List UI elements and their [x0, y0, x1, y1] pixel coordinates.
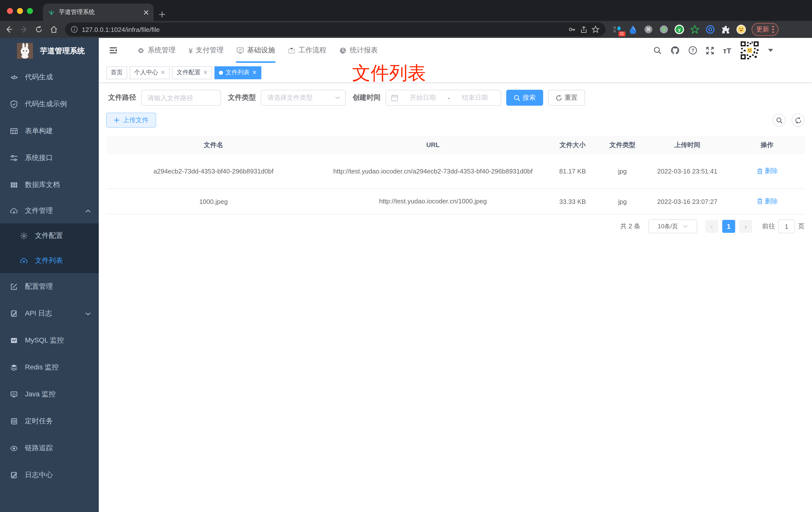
active-tag-dot — [219, 70, 223, 74]
search-button[interactable]: 搜索 — [506, 90, 543, 106]
sidebar-item-api-log[interactable]: API 日志 — [0, 300, 99, 327]
upload-file-button[interactable]: 上传文件 — [106, 113, 156, 128]
sidebar-item-scheduled-tasks[interactable]: 定时任务 — [0, 408, 99, 435]
workflow-icon — [288, 47, 295, 54]
new-tab-button[interactable] — [158, 11, 166, 18]
top-menu-workflow[interactable]: 工作流程 — [282, 38, 333, 63]
file-type: jpg — [600, 168, 645, 175]
help-icon[interactable]: ? — [689, 46, 698, 55]
app-logo: 芋道管理系统 — [0, 38, 99, 64]
tag-close-icon[interactable]: ✕ — [252, 69, 257, 76]
github-icon[interactable] — [671, 46, 680, 55]
sidebar-item-file-list[interactable]: 文件列表 — [0, 248, 99, 273]
extension-y-icon[interactable]: y — [674, 24, 684, 34]
tag-close-icon[interactable]: ✕ — [161, 69, 165, 76]
site-favicon-icon — [48, 9, 55, 16]
sidebar-item-code-gen[interactable]: </> 代码生成 — [0, 64, 99, 91]
sidebar-item-form-builder[interactable]: 表单构建 — [0, 118, 99, 145]
password-key-icon[interactable] — [568, 25, 576, 33]
sidebar-item-mysql-monitor[interactable]: MySQL 监控 — [0, 327, 99, 354]
date-start-placeholder: 开始日期 — [402, 93, 444, 102]
reload-icon[interactable] — [35, 25, 43, 33]
bookmark-star-icon[interactable] — [591, 25, 600, 33]
chevron-down-icon — [335, 96, 340, 99]
sidebar-item-system-api[interactable]: 系统接口 — [0, 145, 99, 172]
extension-drop-icon[interactable] — [628, 24, 638, 34]
file-path-input[interactable] — [141, 90, 221, 106]
show-search-toggle-button[interactable] — [773, 114, 786, 127]
share-icon[interactable] — [580, 26, 587, 33]
browser-update-button[interactable]: 更新 — [752, 23, 779, 36]
extension-diamond-icon[interactable]: 11 — [612, 24, 622, 34]
user-menu-caret-icon[interactable] — [768, 49, 773, 52]
extensions-puzzle-icon[interactable] — [721, 24, 731, 34]
cloud-download-icon — [10, 207, 18, 215]
tag-close-icon[interactable]: ✕ — [203, 69, 207, 76]
forward-icon[interactable] — [20, 25, 28, 33]
date-range-picker[interactable]: 开始日期 - 结束日期 — [385, 90, 501, 106]
font-size-icon[interactable]: ᴛT — [723, 46, 731, 55]
search-icon[interactable] — [654, 46, 662, 55]
next-page-button[interactable]: › — [739, 220, 752, 233]
yen-icon: ¥ — [188, 46, 193, 55]
schedule-icon — [10, 417, 18, 425]
user-avatar-qr[interactable] — [740, 40, 760, 60]
sidebar: 芋道管理系统 </> 代码生成 代码生成示例 表单构建 系统接口 — [0, 38, 99, 512]
gear-icon — [137, 47, 145, 54]
window-zoom-button[interactable] — [27, 8, 33, 14]
address-bar[interactable]: 127.0.0.1:1024/infra/file/file — [65, 23, 606, 36]
tag-file-config[interactable]: 文件配置 ✕ — [172, 66, 212, 79]
reset-button[interactable]: 重置 — [548, 90, 585, 106]
tab-close-icon[interactable] — [144, 10, 149, 15]
sidebar-item-code-demo[interactable]: 代码生成示例 — [0, 91, 99, 118]
file-type-select[interactable]: 请选择文件类型 — [261, 90, 346, 106]
database-grid-icon — [10, 181, 18, 189]
url-text[interactable]: 127.0.0.1:1024/infra/file/file — [82, 26, 564, 33]
refresh-table-button[interactable] — [791, 114, 805, 127]
top-menu-system[interactable]: 系统管理 — [131, 38, 182, 63]
tags-view-bar: 首页 个人中心 ✕ 文件配置 ✕ 文件列表 ✕ — [99, 63, 812, 83]
file-size: 81.17 KB — [545, 168, 600, 175]
tag-file-list[interactable]: 文件列表 ✕ — [215, 66, 261, 79]
extension-star-icon[interactable] — [690, 24, 700, 34]
calendar-icon — [391, 94, 398, 101]
tag-profile[interactable]: 个人中心 ✕ — [130, 66, 170, 79]
sidebar-item-redis-monitor[interactable]: Redis 监控 — [0, 354, 99, 381]
extension-eye-icon[interactable] — [705, 24, 715, 34]
sidebar-item-tracing[interactable]: 链路追踪 — [0, 435, 99, 462]
sidebar-item-config-management[interactable]: 配置管理 — [0, 273, 99, 300]
sidebar-item-log-center[interactable]: 日志中心 — [0, 462, 99, 488]
column-header-filename: 文件名 — [106, 135, 321, 154]
table-toolbar: 上传文件 — [106, 113, 805, 128]
column-header-url: URL — [321, 135, 545, 154]
window-minimize-button[interactable] — [17, 8, 23, 14]
page-number-button[interactable]: 1 — [722, 220, 735, 233]
window-close-button[interactable] — [7, 8, 13, 14]
top-menu-reports[interactable]: 统计报表 — [333, 38, 384, 63]
delete-button[interactable]: 删除 — [756, 167, 778, 176]
sidebar-item-file-management[interactable]: 文件管理 — [0, 199, 99, 223]
extension-command-icon[interactable]: ⌘ — [643, 24, 654, 34]
chart-monitor-icon — [10, 336, 18, 344]
fullscreen-icon[interactable] — [706, 46, 715, 55]
profile-avatar-icon[interactable] — [736, 24, 746, 34]
site-info-icon[interactable] — [71, 26, 78, 33]
tag-home[interactable]: 首页 — [106, 66, 127, 79]
refresh-icon — [556, 94, 562, 101]
sidebar-item-java-monitor[interactable]: Java 监控 — [0, 381, 99, 408]
delete-button[interactable]: 删除 — [756, 197, 778, 206]
sidebar-item-db-doc[interactable]: 数据库文档 — [0, 172, 99, 199]
top-menu-payment[interactable]: ¥ 支付管理 — [182, 38, 230, 63]
prev-page-button[interactable]: ‹ — [705, 220, 718, 233]
sidebar-item-file-config[interactable]: 文件配置 — [0, 223, 99, 248]
goto-page-input[interactable] — [778, 219, 795, 233]
sidebar-fold-icon[interactable] — [104, 46, 123, 55]
trash-icon — [756, 168, 763, 175]
top-menu-infrastructure[interactable]: 基础设施 — [230, 38, 282, 63]
extension-dot-icon[interactable] — [659, 24, 669, 34]
file-type-label: 文件类型 — [228, 93, 256, 102]
home-icon[interactable] — [50, 25, 58, 33]
page-size-select[interactable]: 10条/页 — [648, 219, 697, 233]
browser-tab[interactable]: 芋道管理系统 — [43, 3, 154, 21]
back-icon[interactable] — [5, 25, 13, 33]
